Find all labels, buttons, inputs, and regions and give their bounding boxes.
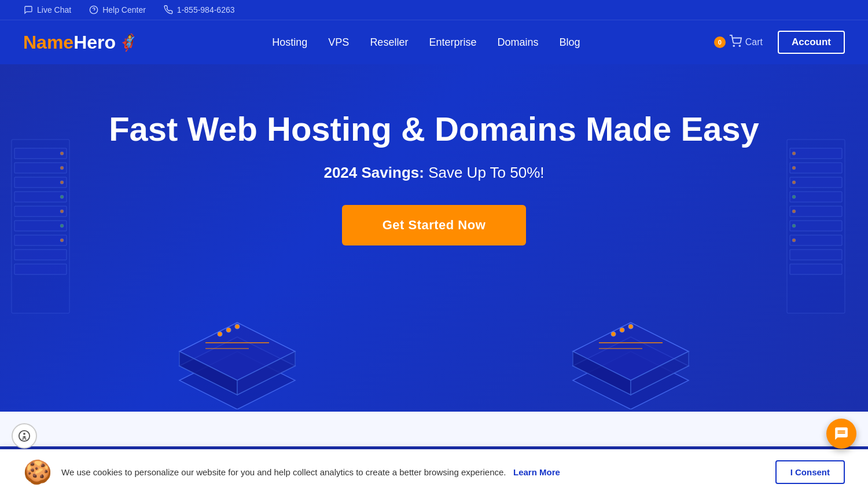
- chat-bubble-button[interactable]: [826, 419, 856, 449]
- svg-rect-25: [790, 192, 842, 202]
- help-center-link[interactable]: Help Center: [89, 5, 146, 15]
- logo-icon: 🦸: [118, 33, 138, 52]
- main-nav: Hosting VPS Reseller Enterprise Domains …: [272, 36, 580, 49]
- svg-point-18: [60, 210, 64, 213]
- cart-badge: 0: [714, 36, 726, 48]
- right-rack-decoration: [775, 111, 868, 344]
- svg-rect-6: [14, 163, 67, 173]
- svg-point-42: [235, 324, 240, 329]
- svg-rect-11: [14, 235, 67, 245]
- svg-rect-12: [14, 250, 67, 260]
- svg-point-45: [611, 332, 616, 336]
- cookie-icon: 🍪: [23, 459, 52, 486]
- left-rack-decoration: [0, 111, 93, 344]
- consent-button[interactable]: I Consent: [775, 460, 845, 484]
- hero-subtitle: 2024 Savings: Save Up To 50%!: [323, 164, 544, 182]
- nav-right: 0 Cart Account: [714, 31, 845, 54]
- svg-point-17: [60, 195, 64, 199]
- nav-domains[interactable]: Domains: [497, 36, 538, 49]
- svg-point-14: [60, 152, 64, 155]
- svg-rect-13: [14, 264, 67, 274]
- svg-point-34: [792, 195, 796, 199]
- svg-rect-29: [790, 250, 842, 260]
- phone-icon: [163, 5, 174, 15]
- svg-rect-10: [14, 221, 67, 231]
- accessibility-button[interactable]: [12, 423, 37, 449]
- account-button[interactable]: Account: [778, 31, 845, 54]
- cart-link[interactable]: 0 Cart: [714, 35, 763, 50]
- svg-point-37: [792, 239, 796, 242]
- server-stack-left-decoration: [162, 276, 312, 412]
- svg-point-32: [792, 166, 796, 170]
- live-chat-link[interactable]: Live Chat: [23, 5, 71, 15]
- hero-subtitle-rest: Save Up To 50%!: [428, 164, 544, 181]
- svg-point-16: [60, 181, 64, 184]
- svg-point-31: [792, 152, 796, 155]
- server-stack-right-decoration: [556, 276, 706, 412]
- phone-label: 1-855-984-6263: [177, 5, 235, 14]
- svg-point-2: [733, 45, 734, 46]
- cart-label: Cart: [745, 37, 763, 47]
- cookie-text: We use cookies to personalize our websit…: [61, 467, 766, 477]
- logo-name: Name: [23, 32, 73, 53]
- live-chat-label: Live Chat: [37, 5, 71, 14]
- svg-point-33: [792, 181, 796, 184]
- phone-link[interactable]: 1-855-984-6263: [163, 5, 235, 15]
- logo[interactable]: Name Hero 🦸: [23, 32, 138, 53]
- svg-rect-7: [14, 177, 67, 188]
- svg-point-49: [23, 433, 25, 435]
- top-bar: Live Chat Help Center 1-855-984-6263: [0, 0, 868, 20]
- svg-rect-24: [790, 177, 842, 188]
- cart-icon: [729, 35, 742, 50]
- svg-rect-30: [790, 264, 842, 274]
- below-fold-section: [0, 412, 868, 446]
- cookie-message: We use cookies to personalize our websit…: [61, 467, 506, 477]
- nav-blog[interactable]: Blog: [559, 36, 580, 49]
- svg-rect-23: [790, 163, 842, 173]
- nav-hosting[interactable]: Hosting: [272, 36, 307, 49]
- learn-more-link[interactable]: Learn More: [513, 467, 560, 477]
- header: Name Hero 🦸 Hosting VPS Reseller Enterpr…: [0, 20, 868, 64]
- hero-subtitle-bold: 2024 Savings:: [323, 164, 424, 181]
- nav-reseller[interactable]: Reseller: [370, 36, 408, 49]
- svg-rect-8: [14, 192, 67, 202]
- help-icon: [89, 5, 99, 15]
- chat-icon: [23, 5, 34, 15]
- svg-point-3: [739, 45, 740, 46]
- svg-point-40: [218, 332, 222, 336]
- svg-point-19: [60, 224, 64, 228]
- get-started-button[interactable]: Get Started Now: [342, 205, 527, 245]
- hero-title: Fast Web Hosting & Domains Made Easy: [109, 111, 759, 148]
- svg-rect-28: [790, 235, 842, 245]
- nav-vps[interactable]: VPS: [328, 36, 349, 49]
- svg-rect-26: [790, 206, 842, 217]
- svg-point-15: [60, 166, 64, 170]
- help-center-label: Help Center: [102, 5, 146, 14]
- svg-rect-9: [14, 206, 67, 217]
- hero-section: Fast Web Hosting & Domains Made Easy 202…: [0, 64, 868, 412]
- logo-hero: Hero: [73, 32, 116, 53]
- svg-point-46: [620, 328, 624, 332]
- nav-enterprise[interactable]: Enterprise: [429, 36, 476, 49]
- svg-point-47: [628, 324, 633, 329]
- svg-point-35: [792, 210, 796, 213]
- svg-point-41: [226, 328, 231, 332]
- svg-point-20: [60, 239, 64, 242]
- svg-point-36: [792, 224, 796, 228]
- svg-rect-5: [14, 148, 67, 159]
- cookie-bar: 🍪 We use cookies to personalize our webs…: [0, 449, 868, 495]
- svg-rect-27: [790, 221, 842, 231]
- svg-rect-22: [790, 148, 842, 159]
